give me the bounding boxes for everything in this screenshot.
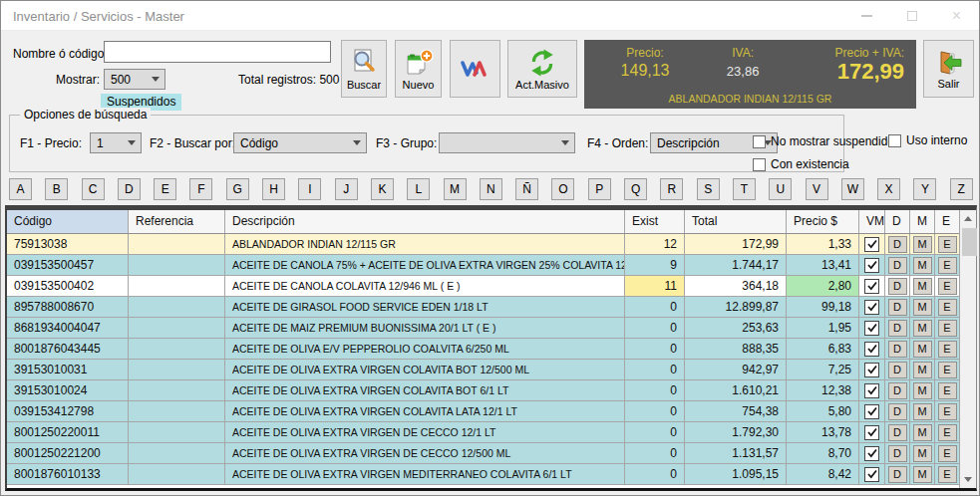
maximize-button[interactable] [889,1,934,31]
column-header-referencia[interactable]: Referencia [129,210,225,233]
vm-checkbox[interactable] [864,363,879,377]
row-e-button[interactable]: E [938,236,957,253]
row-e-button[interactable]: E [938,278,957,295]
table-row[interactable]: 39153010024ACEITE DE OLIVA EXTRA VIRGEN … [7,380,959,401]
row-m-button[interactable]: M [913,320,932,337]
f3-grupo-select[interactable] [439,132,575,153]
table-row[interactable]: 039153412798ACEITE DE OLIVA EXTRA VIRGEN… [7,401,959,422]
row-m-button[interactable]: M [913,424,932,441]
row-m-button[interactable]: M [913,382,932,399]
row-e-button[interactable]: E [938,299,957,316]
letter-button-Ñ[interactable]: Ñ [515,178,538,200]
letter-button-H[interactable]: H [262,178,285,200]
checkbox-no-mostrar-suspendidos[interactable]: No mostrar suspendidos [753,134,900,148]
buscar-button[interactable]: Buscar [341,40,387,98]
nuevo-button[interactable]: Nuevo [395,40,442,98]
act-masivo-button[interactable]: Act.Masivo [507,40,577,98]
vm-checkbox[interactable] [864,342,879,357]
scroll-down-button[interactable] [960,471,976,488]
letter-button-X[interactable]: X [877,178,900,200]
table-row[interactable]: 039153500457ACEITE DE CANOLA 75% + ACEIT… [7,255,959,276]
row-e-button[interactable]: E [938,403,957,420]
row-d-button[interactable]: D [888,445,907,462]
name-code-input[interactable] [104,41,331,63]
table-row[interactable]: 8001876043445ACEITE DE OLIVA E/V PEPPERO… [7,339,959,360]
row-m-button[interactable]: M [913,257,932,274]
row-d-button[interactable]: D [888,236,907,253]
letter-button-A[interactable]: A [9,178,32,200]
letter-button-Z[interactable]: Z [950,178,973,200]
letter-button-K[interactable]: K [371,178,394,200]
row-d-button[interactable]: D [888,278,907,295]
row-d-button[interactable]: D [888,320,907,337]
table-row[interactable]: 8001250221200ACEITE DE OLIVA EXTRA VIRGE… [7,443,959,464]
letter-button-D[interactable]: D [118,178,141,200]
vm-checkbox[interactable] [864,404,879,419]
column-header-vm[interactable]: VM [859,210,885,233]
column-header-código[interactable]: Código [7,210,129,233]
row-e-button[interactable]: E [938,257,957,274]
letter-button-U[interactable]: U [769,178,792,200]
minimize-button[interactable] [844,1,889,31]
column-header-exist[interactable]: Exist [625,210,685,233]
letter-button-J[interactable]: J [335,178,358,200]
letter-button-V[interactable]: V [806,178,828,200]
row-d-button[interactable]: D [888,299,907,316]
vm-checkbox[interactable] [864,300,879,315]
row-e-button[interactable]: E [938,362,957,378]
vm-checkbox[interactable] [864,425,879,440]
row-e-button[interactable]: E [938,445,957,462]
salir-button[interactable]: Salir [923,40,974,98]
mostrar-select[interactable]: 500 [104,69,165,90]
letter-button-T[interactable]: T [733,178,756,200]
letter-button-C[interactable]: C [82,178,105,200]
table-row[interactable]: 39153010031ACEITE DE OLIVA EXTRA VIRGEN … [7,360,959,380]
checkbox-uso-interno[interactable]: Uso interno [888,133,967,147]
column-header-precio-[interactable]: Precio $ [787,210,859,233]
scroll-thumb[interactable] [962,228,977,256]
row-e-button[interactable]: E [938,424,957,441]
row-m-button[interactable]: M [913,445,932,462]
letter-button-L[interactable]: L [407,178,430,200]
row-m-button[interactable]: M [913,466,932,483]
checkbox-con-existencia[interactable]: Con existencia [753,157,849,171]
close-button[interactable]: × [934,1,979,31]
letter-button-M[interactable]: M [444,178,467,200]
row-e-button[interactable]: E [938,320,957,337]
row-m-button[interactable]: M [913,299,932,316]
letter-button-E[interactable]: E [154,178,176,200]
scroll-up-button[interactable] [960,210,976,227]
row-d-button[interactable]: D [888,341,907,358]
row-m-button[interactable]: M [913,341,932,358]
letter-button-P[interactable]: P [588,178,611,200]
row-d-button[interactable]: D [888,382,907,399]
row-d-button[interactable]: D [888,424,907,441]
letter-button-W[interactable]: W [841,178,864,200]
row-m-button[interactable]: M [913,403,932,420]
vm-checkbox[interactable] [864,279,879,294]
row-d-button[interactable]: D [888,403,907,420]
vm-checkbox[interactable] [864,258,879,273]
f1-precio-select[interactable]: 1 [90,132,142,153]
table-row[interactable]: 039153500402ACEITE DE CANOLA COLAVITA 12… [7,276,959,297]
row-m-button[interactable]: M [913,362,932,378]
f2-buscar-por-select[interactable]: Código [233,132,367,153]
row-d-button[interactable]: D [888,257,907,274]
row-e-button[interactable]: E [938,341,957,358]
row-m-button[interactable]: M [913,236,932,253]
table-row[interactable]: 8681934004047ACEITE DE MAIZ PREMIUM BUON… [7,318,959,339]
column-header-e[interactable]: E [935,210,959,233]
table-row[interactable]: 75913038ABLANDADOR INDIAN 12/115 GR12172… [7,234,959,255]
letter-button-B[interactable]: B [45,178,68,200]
table-row[interactable]: 8001250220011ACEITE DE OLIVA EXTRA VIRGE… [7,422,959,443]
column-header-d[interactable]: D [885,210,910,233]
column-header-descripción[interactable]: Descripción [225,210,625,233]
letter-button-Y[interactable]: Y [913,178,936,200]
vm-checkbox[interactable] [864,467,879,482]
letter-button-I[interactable]: I [298,178,321,200]
wa-button[interactable] [450,40,500,98]
vm-checkbox[interactable] [864,237,879,252]
table-row[interactable]: 8001876010133ACEITE DE OLIVA EXTRA VIRGE… [7,464,959,485]
letter-button-O[interactable]: O [551,178,574,200]
letter-button-S[interactable]: S [697,178,720,200]
